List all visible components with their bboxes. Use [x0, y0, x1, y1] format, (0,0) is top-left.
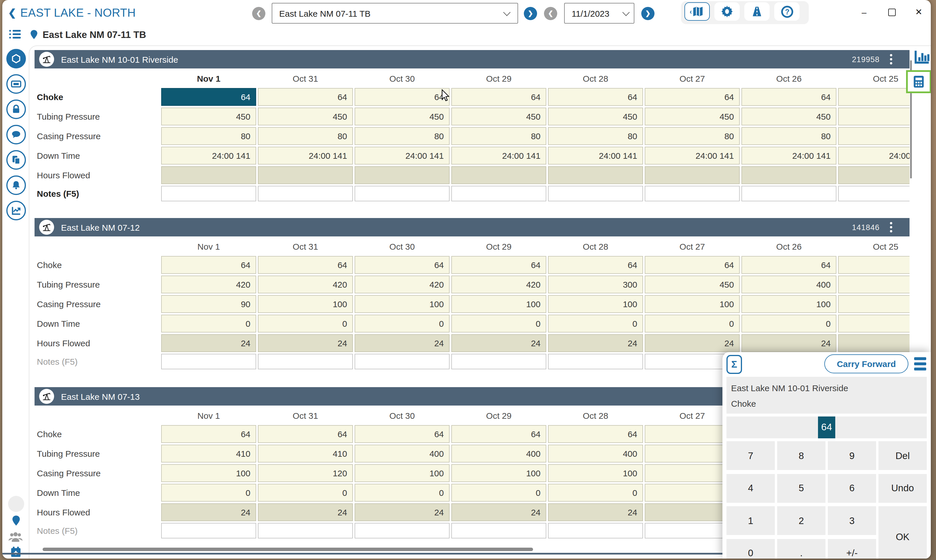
data-cell[interactable]: 0: [451, 484, 546, 502]
data-cell[interactable]: 450: [645, 275, 740, 293]
data-cell[interactable]: 0: [548, 315, 643, 332]
sidebar-item-alerts[interactable]: [6, 175, 26, 195]
data-cell[interactable]: 100: [451, 464, 546, 482]
data-cell[interactable]: 64: [355, 256, 450, 274]
data-cell[interactable]: 0: [451, 315, 546, 332]
data-cell[interactable]: 80: [742, 127, 836, 145]
data-cell[interactable]: 64: [548, 425, 643, 443]
data-cell[interactable]: 100: [548, 464, 643, 482]
keypad-toggle-highlight[interactable]: [906, 70, 931, 93]
data-cell[interactable]: 24: [451, 503, 546, 521]
key-9[interactable]: 9: [828, 441, 876, 470]
data-cell[interactable]: 64: [451, 256, 546, 274]
crew-icon[interactable]: [8, 531, 24, 543]
settings-button[interactable]: [714, 2, 740, 21]
data-cell[interactable]: 24: [548, 503, 643, 521]
data-cell[interactable]: 450: [161, 108, 256, 125]
data-cell[interactable]: 24: [161, 334, 256, 352]
data-cell[interactable]: 100: [161, 464, 256, 482]
data-cell[interactable]: 100: [548, 295, 643, 313]
data-cell[interactable]: 64: [355, 425, 450, 443]
carry-forward-button[interactable]: Carry Forward: [824, 354, 908, 373]
data-cell[interactable]: 24: [645, 334, 740, 352]
data-cell[interactable]: [451, 166, 546, 184]
data-cell[interactable]: 64: [161, 425, 256, 443]
data-cell[interactable]: 80: [258, 127, 353, 145]
data-cell[interactable]: [838, 127, 910, 145]
key-8[interactable]: 8: [777, 441, 825, 470]
data-cell[interactable]: 64: [645, 256, 740, 274]
data-cell[interactable]: 64: [355, 88, 450, 106]
data-cell[interactable]: 24: [355, 334, 450, 352]
data-cell[interactable]: 410: [258, 445, 353, 463]
data-cell[interactable]: [161, 523, 256, 538]
data-cell[interactable]: 0: [742, 315, 836, 332]
data-cell[interactable]: [838, 108, 910, 125]
data-cell[interactable]: 80: [355, 127, 450, 145]
key-1[interactable]: 1: [726, 506, 775, 535]
data-cell[interactable]: 24:00 141: [838, 147, 910, 165]
data-cell[interactable]: 100: [258, 295, 353, 313]
data-cell[interactable]: 100: [355, 464, 450, 482]
date-prev-button[interactable]: ❮: [544, 7, 557, 20]
sidebar-item-copy[interactable]: [6, 150, 26, 170]
data-cell[interactable]: [355, 354, 450, 369]
key-plus-minus[interactable]: +/-: [828, 539, 876, 558]
data-cell[interactable]: 24: [451, 334, 546, 352]
sum-button[interactable]: Σ: [726, 355, 742, 374]
data-cell[interactable]: [742, 186, 836, 202]
key-5[interactable]: 5: [777, 474, 825, 503]
help-button[interactable]: ?: [774, 2, 800, 21]
data-cell[interactable]: 24:00 141: [548, 147, 643, 165]
data-cell[interactable]: [838, 275, 910, 293]
sidebar-item-security[interactable]: [6, 100, 26, 119]
route-button[interactable]: [744, 2, 769, 21]
key-decimal[interactable]: .: [777, 539, 825, 558]
data-cell[interactable]: 450: [258, 108, 353, 125]
data-cell[interactable]: 64: [548, 256, 643, 274]
data-cell[interactable]: 24:00 141: [645, 147, 740, 165]
data-cell[interactable]: 64: [161, 256, 256, 274]
key-7[interactable]: 7: [726, 441, 775, 470]
data-cell[interactable]: 450: [355, 108, 450, 125]
data-cell[interactable]: [161, 354, 256, 369]
data-cell[interactable]: 64: [548, 88, 643, 106]
data-cell[interactable]: 80: [451, 127, 546, 145]
data-cell[interactable]: 450: [548, 108, 643, 125]
data-cell[interactable]: 80: [548, 127, 643, 145]
data-cell[interactable]: 24:00 141: [258, 147, 353, 165]
back-button[interactable]: ❮ EAST LAKE - NORTH: [8, 6, 136, 20]
data-cell[interactable]: 80: [645, 127, 740, 145]
data-cell[interactable]: [548, 166, 643, 184]
data-cell[interactable]: 420: [161, 275, 256, 293]
data-cell[interactable]: 400: [548, 445, 643, 463]
data-cell[interactable]: 0: [548, 484, 643, 502]
maximize-button[interactable]: [883, 5, 900, 20]
data-cell[interactable]: 24: [258, 334, 353, 352]
data-cell[interactable]: 64: [451, 88, 546, 106]
minimize-button[interactable]: –: [856, 5, 873, 20]
data-cell[interactable]: 64: [645, 88, 740, 106]
data-cell[interactable]: 0: [355, 315, 450, 332]
data-cell[interactable]: [838, 295, 910, 313]
date-selector[interactable]: 11/1/2023: [564, 3, 634, 24]
kebab-menu-icon[interactable]: [888, 222, 894, 233]
data-cell[interactable]: 100: [645, 295, 740, 313]
data-cell[interactable]: 300: [548, 275, 643, 293]
data-cell[interactable]: 400: [355, 445, 450, 463]
data-cell[interactable]: [258, 523, 353, 538]
data-cell[interactable]: [451, 523, 546, 538]
data-cell[interactable]: 0: [161, 315, 256, 332]
data-cell[interactable]: 64: [258, 88, 353, 106]
data-cell[interactable]: [161, 166, 256, 184]
add-event-calendar-icon[interactable]: [9, 545, 22, 558]
data-cell[interactable]: [742, 166, 836, 184]
key-delete[interactable]: Del: [879, 441, 927, 470]
data-cell[interactable]: 64: [742, 88, 836, 106]
key-0[interactable]: 0: [726, 539, 775, 558]
data-cell[interactable]: 410: [161, 445, 256, 463]
data-cell[interactable]: 0: [355, 484, 450, 502]
kebab-menu-icon[interactable]: [888, 54, 894, 65]
data-cell[interactable]: [838, 256, 910, 274]
sidebar-item-trends[interactable]: [6, 201, 26, 220]
